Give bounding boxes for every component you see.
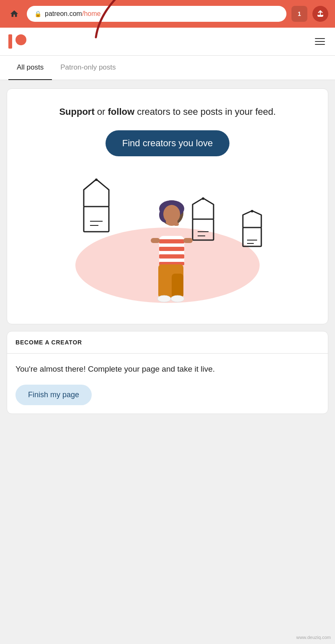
tab-all-posts[interactable]: All posts bbox=[8, 56, 52, 80]
svg-point-8 bbox=[202, 197, 204, 200]
svg-rect-24 bbox=[159, 247, 184, 251]
svg-point-12 bbox=[251, 210, 253, 212]
svg-rect-30 bbox=[158, 274, 170, 298]
text-or: or bbox=[95, 106, 108, 117]
browser-home-button[interactable] bbox=[7, 6, 22, 21]
feed-card-text: Support or follow creators to see posts … bbox=[20, 106, 315, 119]
svg-rect-0 bbox=[8, 34, 12, 49]
finish-page-button[interactable]: Finish my page bbox=[15, 385, 92, 405]
left-frame bbox=[84, 178, 109, 232]
become-creator-title: BECOME A CREATOR bbox=[15, 339, 320, 346]
lock-icon: 🔒 bbox=[34, 10, 41, 17]
right-frame bbox=[243, 210, 261, 246]
share-button[interactable] bbox=[312, 6, 328, 22]
tab-count-button[interactable]: 1 bbox=[291, 6, 307, 22]
text-support: Support bbox=[59, 106, 94, 117]
illustration-container bbox=[20, 173, 315, 311]
address-bar[interactable]: 🔒 patreon.com/home bbox=[27, 6, 286, 22]
become-creator-text: You're almost there! Complete your page … bbox=[15, 364, 320, 375]
svg-rect-21 bbox=[174, 222, 179, 226]
svg-rect-5 bbox=[84, 207, 109, 232]
feed-card: Support or follow creators to see posts … bbox=[7, 88, 328, 324]
browser-chrome: 🔒 patreon.com/home 1 bbox=[0, 0, 335, 28]
svg-rect-25 bbox=[159, 254, 184, 259]
svg-rect-31 bbox=[172, 274, 183, 298]
url-path: /home bbox=[82, 10, 100, 17]
main-content: Support or follow creators to see posts … bbox=[0, 80, 335, 429]
hamburger-line-2 bbox=[315, 41, 325, 42]
watermark: www.deuziq.com bbox=[296, 635, 331, 640]
url-base: patreon.com bbox=[45, 10, 82, 17]
hamburger-menu-button[interactable] bbox=[313, 36, 327, 47]
become-creator-card: BECOME A CREATOR You're almost there! Co… bbox=[7, 331, 328, 414]
find-creators-button[interactable]: Find creators you love bbox=[106, 130, 229, 156]
svg-point-1 bbox=[15, 34, 26, 45]
svg-rect-27 bbox=[151, 238, 160, 243]
text-rest: creators to see posts in your feed. bbox=[134, 106, 276, 117]
svg-point-33 bbox=[171, 295, 184, 302]
become-creator-header: BECOME A CREATOR bbox=[7, 331, 328, 354]
patreon-nav bbox=[0, 28, 335, 56]
hamburger-line-3 bbox=[315, 44, 325, 45]
tabs-container: All posts Patron-only posts bbox=[0, 56, 335, 80]
svg-point-32 bbox=[157, 295, 171, 302]
tab-patron-only-posts[interactable]: Patron-only posts bbox=[52, 56, 124, 80]
svg-rect-28 bbox=[183, 238, 193, 243]
text-follow: follow bbox=[108, 106, 135, 117]
url-text: patreon.com/home bbox=[45, 10, 100, 18]
gallery-illustration bbox=[50, 173, 285, 311]
tab-count: 1 bbox=[298, 10, 301, 17]
hamburger-line-1 bbox=[315, 38, 325, 39]
svg-point-4 bbox=[95, 178, 98, 181]
svg-rect-23 bbox=[159, 239, 184, 243]
become-creator-body: You're almost there! Complete your page … bbox=[7, 354, 328, 414]
patreon-logo bbox=[8, 34, 29, 49]
